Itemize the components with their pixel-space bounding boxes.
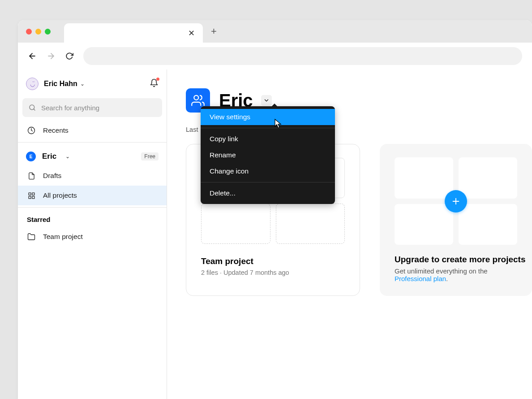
starred-item[interactable]: Team project bbox=[18, 227, 167, 247]
upgrade-subtitle-text: Get unlimited everything on the bbox=[395, 267, 488, 275]
browser-chrome: ✕ + bbox=[18, 20, 532, 69]
nav-recents-label: Recents bbox=[43, 126, 69, 134]
people-icon bbox=[191, 94, 205, 107]
folder-icon bbox=[27, 233, 36, 241]
window-minimize-button[interactable] bbox=[35, 29, 41, 35]
team-initial: E bbox=[30, 154, 33, 159]
create-project-button[interactable] bbox=[445, 190, 467, 213]
address-bar[interactable] bbox=[83, 47, 522, 65]
svg-line-3 bbox=[34, 109, 35, 110]
avatar-face-icon: ◡̈ bbox=[30, 81, 35, 87]
sidebar: ◡̈ Eric Hahn ⌄ Recents bbox=[18, 69, 167, 399]
project-card-meta: 2 files · Updated 7 months ago bbox=[201, 269, 345, 276]
chevron-down-icon bbox=[263, 97, 270, 104]
user-name-label: Eric Hahn bbox=[44, 80, 77, 88]
nav-all-projects[interactable]: All projects bbox=[18, 186, 167, 205]
nav-all-projects-label: All projects bbox=[43, 191, 77, 200]
upgrade-period: . bbox=[446, 275, 448, 282]
menu-separator bbox=[201, 182, 335, 182]
close-tab-icon[interactable]: ✕ bbox=[188, 28, 195, 38]
notification-badge bbox=[156, 78, 159, 81]
team-name-label: Eric bbox=[42, 152, 56, 161]
preview-empty-slot bbox=[201, 204, 270, 244]
search-input[interactable] bbox=[41, 104, 156, 112]
context-menu: View settings Copy link Rename Change ic… bbox=[201, 106, 335, 204]
title-dropdown-button[interactable] bbox=[261, 95, 272, 106]
grid-icon bbox=[27, 192, 36, 200]
starred-section-label: Starred bbox=[18, 208, 167, 227]
main: Eric Last Team project 2 files · Upda bbox=[167, 69, 532, 399]
user-menu[interactable]: ◡̈ Eric Hahn ⌄ bbox=[18, 69, 167, 95]
file-icon bbox=[27, 172, 36, 180]
tab-bar: ✕ + bbox=[18, 20, 532, 43]
search-field[interactable] bbox=[22, 98, 162, 117]
svg-rect-8 bbox=[29, 196, 31, 198]
upgrade-subtitle: Get unlimited everything on the Professi… bbox=[395, 267, 517, 282]
new-tab-button[interactable]: + bbox=[211, 26, 217, 37]
app: ◡̈ Eric Hahn ⌄ Recents bbox=[18, 69, 532, 399]
upgrade-preview-cell bbox=[459, 204, 517, 245]
nav-drafts-label: Drafts bbox=[43, 172, 61, 180]
menu-item-rename[interactable]: Rename bbox=[201, 147, 335, 163]
window-close-button[interactable] bbox=[26, 29, 32, 35]
avatar: ◡̈ bbox=[26, 78, 39, 90]
svg-rect-6 bbox=[32, 193, 34, 195]
clock-icon bbox=[27, 126, 36, 134]
window-maximize-button[interactable] bbox=[45, 29, 51, 35]
menu-item-copy-link[interactable]: Copy link bbox=[201, 131, 335, 147]
preview-empty-slot bbox=[276, 204, 345, 244]
upgrade-card: Upgrade to create more projects Get unli… bbox=[380, 144, 532, 296]
menu-item-view-settings[interactable]: View settings bbox=[201, 109, 335, 125]
upgrade-preview-cell bbox=[395, 157, 453, 199]
nav-drafts[interactable]: Drafts bbox=[18, 166, 167, 186]
upgrade-preview-cell bbox=[395, 204, 453, 245]
traffic-lights bbox=[26, 29, 51, 35]
upgrade-preview bbox=[395, 157, 517, 245]
reload-button[interactable] bbox=[65, 52, 73, 60]
forward-button[interactable] bbox=[47, 52, 56, 61]
project-card-title: Team project bbox=[201, 256, 345, 266]
back-button[interactable] bbox=[28, 52, 37, 61]
upgrade-title: Upgrade to create more projects bbox=[395, 255, 517, 265]
starred-item-label: Team project bbox=[43, 233, 83, 241]
upgrade-link[interactable]: Professional plan bbox=[395, 275, 446, 282]
search-icon bbox=[29, 104, 36, 111]
menu-item-delete[interactable]: Delete... bbox=[201, 185, 335, 201]
plan-badge: Free bbox=[141, 152, 159, 160]
menu-item-change-icon[interactable]: Change icon bbox=[201, 163, 335, 179]
browser-window: ✕ + ◡̈ Eric Hahn ⌄ bbox=[18, 20, 532, 399]
plus-icon bbox=[451, 196, 461, 206]
svg-rect-5 bbox=[29, 193, 31, 195]
nav-recents[interactable]: Recents bbox=[18, 121, 167, 140]
team-menu[interactable]: E Eric ⌄ Free bbox=[18, 143, 167, 166]
notifications-button[interactable] bbox=[150, 78, 159, 89]
svg-rect-7 bbox=[32, 196, 34, 198]
browser-tab[interactable]: ✕ bbox=[64, 23, 203, 43]
browser-toolbar bbox=[18, 43, 532, 69]
upgrade-preview-cell bbox=[459, 157, 517, 199]
menu-separator bbox=[201, 128, 335, 128]
chevron-down-icon: ⌄ bbox=[65, 153, 70, 160]
chevron-down-icon: ⌄ bbox=[80, 81, 85, 87]
team-avatar: E bbox=[26, 152, 36, 161]
svg-point-9 bbox=[194, 95, 198, 100]
